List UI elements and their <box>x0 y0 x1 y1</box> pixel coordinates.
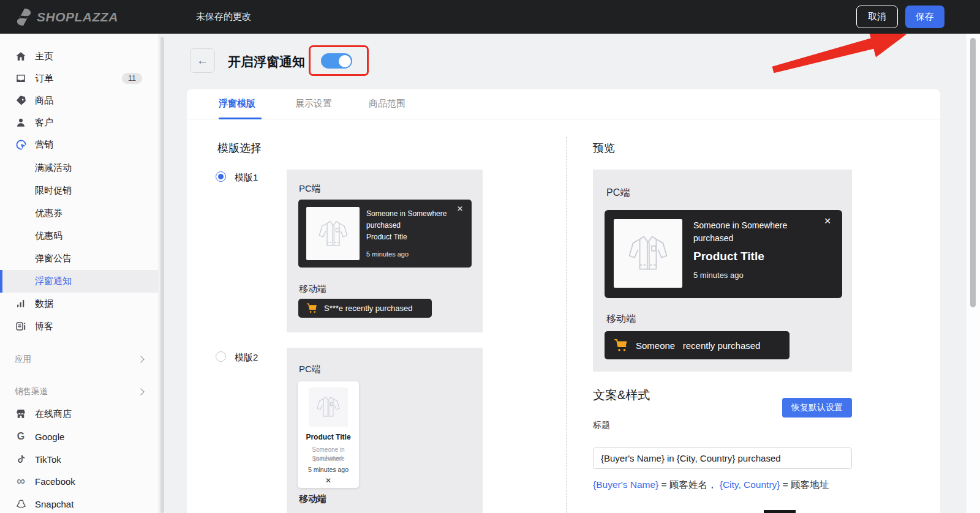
sidebar-item-online-store[interactable]: 在线商店 <box>0 403 158 425</box>
template1-pc-label: PC端 <box>299 183 321 195</box>
page-title: 开启浮窗通知 <box>228 53 305 70</box>
radio-template-2[interactable] <box>216 351 226 362</box>
title-input[interactable] <box>593 447 852 469</box>
text-color-swatch[interactable] <box>764 510 796 513</box>
sidebar-scrollbar[interactable] <box>160 37 164 513</box>
tiktok-icon <box>15 453 27 465</box>
restore-defaults-button[interactable]: 恢复默认设置 <box>782 398 852 418</box>
sidebar-item-tiktok[interactable]: TikTok <box>0 448 158 470</box>
tag-icon <box>15 94 27 107</box>
sidebar-subitem-floating-notification[interactable]: 浮窗通知 <box>0 270 158 293</box>
sidebar-item-snapchat[interactable]: Snapchat <box>0 493 158 513</box>
template2-mobile-label: 移动端 <box>299 493 326 505</box>
save-button[interactable]: 保存 <box>905 6 944 28</box>
chevron-right-icon <box>137 388 144 395</box>
cart-icon <box>306 302 318 314</box>
sidebar-item-facebook[interactable]: ∞ Facebook <box>0 470 158 492</box>
sidebar-item-home[interactable]: 主页 <box>0 45 158 67</box>
close-icon[interactable]: ✕ <box>824 216 831 226</box>
active-tab-underline <box>219 118 262 119</box>
notif-line1: Someone in Somewhere <box>693 219 787 232</box>
sidebar-item-orders[interactable]: 订单 11 <box>0 67 158 89</box>
title-field-label: 标题 <box>593 420 610 431</box>
sidebar-subitem-coupon[interactable]: 优惠券 <box>0 202 158 225</box>
shirt-icon <box>315 216 351 252</box>
top-header: SHOPLAZZA 未保存的更改 取消 保存 <box>0 0 980 34</box>
column-divider <box>566 137 567 513</box>
tab-bar: 浮窗模版 展示设置 商品范围 <box>187 89 940 119</box>
sidebar-section-apps[interactable]: 应用 <box>0 348 158 371</box>
page-scrollbar-thumb[interactable] <box>970 38 976 307</box>
sidebar-item-products[interactable]: 商品 <box>0 89 158 111</box>
shoplazza-logo-icon <box>16 8 32 26</box>
radio-template-1-label[interactable]: 模版1 <box>235 172 258 184</box>
template-1-preview-panel: PC端 Someone in Somewhere purchased Produ… <box>287 170 483 332</box>
google-icon: G <box>15 430 27 443</box>
back-button[interactable]: ← <box>190 48 215 73</box>
product-image-placeholder <box>309 388 348 427</box>
notif-line1: Someone in Somewhere <box>366 208 447 220</box>
page-scrollbar-track[interactable] <box>967 34 980 513</box>
sidebar-subitem-discount-campaign[interactable]: 满减活动 <box>0 157 158 179</box>
sidebar-subitem-popup-announcement[interactable]: 弹窗公告 <box>0 247 158 270</box>
storefront-icon <box>15 408 27 420</box>
sidebar-item-google[interactable]: G Google <box>0 425 158 447</box>
preview-mobile-bar: Someone recently purchased <box>605 331 790 359</box>
notif-line2: purchased <box>693 232 787 245</box>
meta-icon: ∞ <box>15 475 27 487</box>
template1-mobile-bar: S***e recently purchased <box>298 299 432 318</box>
template2-pc-label: PC端 <box>299 364 321 375</box>
unsaved-changes-text: 未保存的更改 <box>196 11 251 23</box>
sidebar-section-sales-channels[interactable]: 销售渠道 <box>0 380 158 403</box>
notif-product: Product Title <box>298 433 359 441</box>
preview-pc-label: PC端 <box>606 187 630 200</box>
tab-floating-template[interactable]: 浮窗模版 <box>219 98 255 110</box>
main-content: ← 开启浮窗通知 浮窗模版 展示设置 商品范围 模版选择 模版1 PC端 <box>158 34 980 513</box>
buyer-name-variable: {Buyer's Name} <box>593 479 658 490</box>
tab-product-scope[interactable]: 商品范围 <box>369 98 405 110</box>
copy-style-heading: 文案&样式 <box>593 387 650 403</box>
close-icon[interactable]: ✕ <box>298 476 359 485</box>
preview-mobile-label: 移动端 <box>606 313 636 326</box>
person-icon <box>15 116 27 129</box>
brand-name: SHOPLAZZA <box>37 10 118 24</box>
notif-line3: Product Title <box>366 231 447 243</box>
preview-pc-card: Someone in Somewhere purchased Product T… <box>605 210 842 298</box>
preview-mobile-text: Someone recently purchased <box>636 340 760 351</box>
sidebar-item-customers[interactable]: 客户 <box>0 111 158 133</box>
orders-count-badge: 11 <box>122 73 142 84</box>
template-2-preview-panel: PC端 Product Title Someone in Somewhere p… <box>287 348 483 513</box>
home-icon <box>15 50 27 62</box>
template1-pc-card: Someone in Somewhere purchased Product T… <box>298 200 472 268</box>
cart-icon <box>614 338 628 353</box>
product-image-placeholder <box>614 219 682 288</box>
notif-line2: purchased <box>298 454 359 463</box>
template1-mobile-label: 移动端 <box>299 283 326 295</box>
tab-display-settings[interactable]: 展示设置 <box>295 98 332 110</box>
product-image-placeholder <box>306 207 360 260</box>
template-select-heading: 模版选择 <box>217 141 262 155</box>
city-country-variable: {City, Country} <box>720 479 780 490</box>
snapchat-icon <box>15 498 27 510</box>
shirt-icon <box>314 393 342 421</box>
shoplazza-logo: SHOPLAZZA <box>16 8 118 26</box>
notif-line2: purchased <box>366 220 447 231</box>
notif-time: 5 minutes ago <box>366 250 409 258</box>
preview-panel: PC端 Someone in Somewhere purchased Produ… <box>593 170 852 372</box>
close-icon[interactable]: ✕ <box>457 204 463 213</box>
sidebar-item-marketing[interactable]: 营销 <box>0 133 158 155</box>
radio-template-2-label[interactable]: 模版2 <box>235 352 258 364</box>
sidebar-nav: 主页 订单 11 商品 客户 营销 满减活动 限时促销 优惠券 优惠码 <box>0 34 158 513</box>
annotation-red-box <box>309 45 369 76</box>
sidebar-item-analytics[interactable]: 数据 <box>0 293 158 315</box>
sidebar-subitem-flash-sale[interactable]: 限时促销 <box>0 179 158 202</box>
cancel-button[interactable]: 取消 <box>856 6 898 28</box>
settings-card: 浮窗模版 展示设置 商品范围 模版选择 模版1 PC端 <box>187 89 940 513</box>
blog-icon <box>15 320 27 332</box>
template1-mobile-text: S***e recently purchased <box>324 304 413 313</box>
sidebar-subitem-discount-code[interactable]: 优惠码 <box>0 225 158 247</box>
sidebar-item-blog[interactable]: 博客 <box>0 315 158 337</box>
radio-template-1[interactable] <box>216 171 226 182</box>
notif-time: 5 minutes ago <box>298 466 359 473</box>
notif-time: 5 minutes ago <box>693 271 787 280</box>
